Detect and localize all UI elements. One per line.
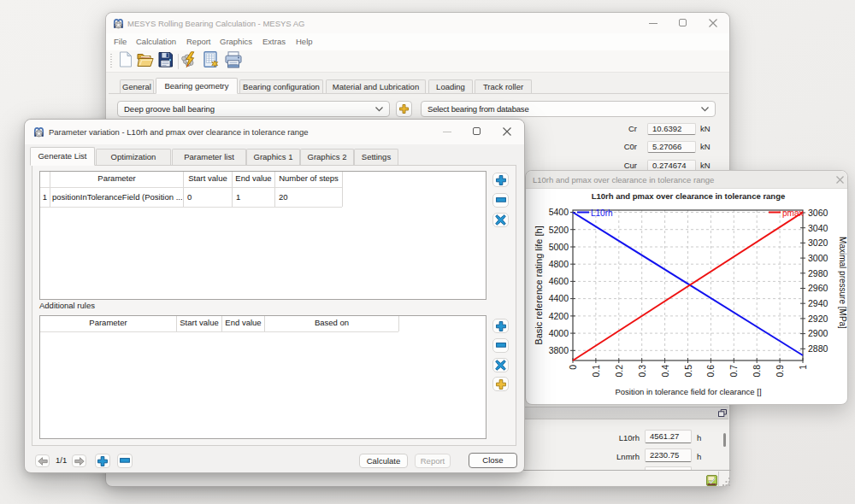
svg-text:L10rh: L10rh <box>591 208 613 218</box>
svg-text:2940: 2940 <box>808 298 828 308</box>
svg-text:3800: 3800 <box>549 345 569 355</box>
svg-text:1: 1 <box>798 365 808 370</box>
svg-text:0.5: 0.5 <box>683 365 693 378</box>
svg-text:3000: 3000 <box>808 253 828 263</box>
svg-text:4800: 4800 <box>549 259 569 269</box>
svg-text:5200: 5200 <box>549 225 569 235</box>
svg-text:4200: 4200 <box>549 311 569 321</box>
svg-text:0.8: 0.8 <box>752 365 762 378</box>
svg-text:4400: 4400 <box>549 293 569 303</box>
svg-text:3060: 3060 <box>808 208 828 218</box>
svg-text:0.1: 0.1 <box>591 365 601 378</box>
svg-text:Position in tolerance field fo: Position in tolerance field for clearanc… <box>615 387 761 396</box>
svg-text:2980: 2980 <box>808 268 828 278</box>
svg-text:0.4: 0.4 <box>660 365 670 378</box>
svg-text:5000: 5000 <box>549 242 569 252</box>
svg-text:0.6: 0.6 <box>705 365 716 378</box>
svg-text:4600: 4600 <box>549 276 569 286</box>
svg-text:0: 0 <box>568 365 578 370</box>
svg-text:2920: 2920 <box>808 314 828 324</box>
svg-text:Maximal pressure [MPa]: Maximal pressure [MPa] <box>838 237 847 329</box>
svg-text:L10rh and pmax over clearance: L10rh and pmax over clearance in toleran… <box>592 191 786 201</box>
svg-text:3040: 3040 <box>808 223 828 233</box>
svg-text:0.3: 0.3 <box>637 365 647 378</box>
svg-text:4000: 4000 <box>549 328 569 338</box>
svg-text:0.9: 0.9 <box>775 365 785 378</box>
svg-text:pmax: pmax <box>782 208 803 218</box>
svg-text:2880: 2880 <box>808 343 828 354</box>
svg-text:5400: 5400 <box>549 207 569 217</box>
svg-text:3020: 3020 <box>808 237 828 248</box>
svg-text:2960: 2960 <box>808 283 828 293</box>
svg-text:2900: 2900 <box>808 328 828 338</box>
svg-text:0.2: 0.2 <box>614 365 624 378</box>
svg-text:0.7: 0.7 <box>728 365 739 378</box>
svg-text:Basic reference rating life [h: Basic reference rating life [h] <box>534 226 544 344</box>
